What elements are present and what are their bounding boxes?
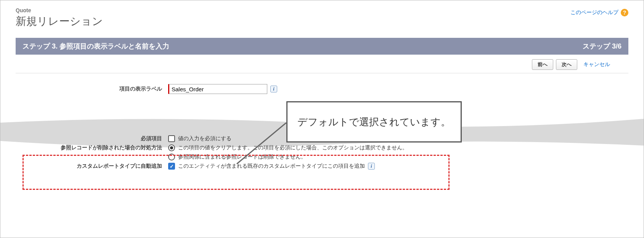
required-label: 必須項目 — [16, 135, 168, 142]
on-delete-option-clear: この項目の値をクリアします。この項目を必須にした場合、このオプションは選択できま… — [178, 144, 408, 151]
report-type-option-text: このエンティティが含まれる既存のカスタムレポートタイプにこの項目を追加 — [178, 163, 365, 170]
help-link-text: このページのヘルプ — [570, 9, 618, 16]
info-icon[interactable]: i — [270, 86, 277, 92]
object-name: Quote — [16, 7, 103, 13]
on-delete-radio-restrict[interactable] — [168, 154, 175, 160]
help-link[interactable]: このページのヘルプ ? — [570, 9, 628, 16]
step-title: ステップ 3. 参照項目の表示ラベルと名前を入力 — [22, 42, 169, 51]
help-icon: ? — [621, 9, 628, 16]
page-title: 新規リレーション — [16, 14, 103, 29]
button-row: 前へ 次へ キャンセル — [16, 55, 628, 73]
display-label-input[interactable] — [168, 84, 267, 94]
prev-button[interactable]: 前へ — [532, 59, 553, 70]
cancel-link[interactable]: キャンセル — [583, 61, 610, 67]
on-delete-label: 参照レコードが削除された場合の対処方法 — [16, 144, 168, 151]
callout-text: デフォルトで選択されています。 — [297, 115, 451, 129]
title-block: Quote 新規リレーション — [16, 7, 103, 29]
report-type-checkbox[interactable] — [168, 163, 175, 170]
required-option-text: 値の入力を必須にする — [178, 135, 231, 142]
step-progress: ステップ 3/6 — [583, 42, 622, 51]
next-button[interactable]: 次へ — [556, 59, 577, 70]
display-label-label: 項目の表示ラベル — [16, 86, 168, 92]
info-icon[interactable]: i — [368, 163, 375, 170]
required-checkbox[interactable] — [168, 135, 175, 142]
step-bar: ステップ 3. 参照項目の表示ラベルと名前を入力 ステップ 3/6 — [16, 38, 628, 55]
report-type-label: カスタムレポートタイプに自動追加 — [16, 163, 168, 170]
on-delete-radio-clear[interactable] — [168, 144, 175, 151]
on-delete-option-restrict: 参照関係に含まれる参照レコードは削除できません。 — [178, 154, 306, 160]
callout-box: デフォルトで選択されています。 — [286, 101, 462, 142]
